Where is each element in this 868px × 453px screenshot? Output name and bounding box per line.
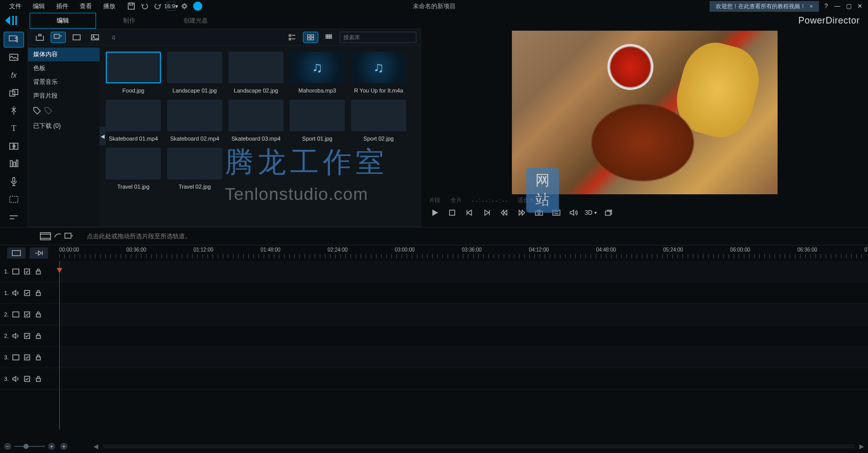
zoom-out-icon[interactable]: − xyxy=(4,443,11,450)
track-header[interactable]: 3. xyxy=(0,347,59,368)
close-icon[interactable]: ✕ xyxy=(856,2,864,10)
zoom-in-icon[interactable]: + xyxy=(48,443,55,450)
media-item[interactable]: Sport 02.jpg xyxy=(350,100,407,142)
track-header[interactable]: 2. xyxy=(0,304,59,325)
sidebar-item-colorboard[interactable]: 色板 xyxy=(28,61,100,75)
menu-play[interactable]: 播放 xyxy=(98,1,121,12)
view-small-icon[interactable] xyxy=(321,32,337,43)
sidebar-item-media-content[interactable]: 媒体内容 xyxy=(28,48,100,61)
quality-icon[interactable] xyxy=(551,207,562,218)
welcome-banner[interactable]: 欢迎您！在此查看所有的教程视频！ × xyxy=(710,1,819,12)
visibility-toggle-icon[interactable] xyxy=(23,267,31,276)
lock-toggle-icon[interactable] xyxy=(34,332,42,340)
track-row[interactable] xyxy=(59,282,868,304)
visibility-toggle-icon[interactable] xyxy=(23,375,31,383)
lock-toggle-icon[interactable] xyxy=(34,267,42,276)
fx-icon[interactable]: fx xyxy=(4,67,24,83)
undo-icon[interactable] xyxy=(140,2,149,11)
track-header[interactable]: 1. xyxy=(0,282,59,304)
tag-add-icon[interactable] xyxy=(33,107,41,115)
media-item[interactable]: Food.jpg xyxy=(105,52,162,94)
settings-icon[interactable] xyxy=(180,2,189,11)
media-item[interactable]: Sport 01.jpg xyxy=(289,100,346,142)
audio-mix-room-icon[interactable] xyxy=(4,156,24,172)
visibility-toggle-icon[interactable] xyxy=(23,332,31,340)
movie-view-icon[interactable] xyxy=(30,247,48,259)
track-settings-icon[interactable] xyxy=(64,232,74,239)
menu-plugin[interactable]: 插件 xyxy=(51,1,74,12)
media-item[interactable]: ♫R You Up for It.m4a xyxy=(350,52,407,94)
collapse-sidebar-icon[interactable]: ◀ xyxy=(100,127,106,145)
lock-toggle-icon[interactable] xyxy=(34,310,42,319)
preview-viewport[interactable] xyxy=(512,31,778,194)
help-icon[interactable]: ? xyxy=(822,2,830,10)
aspect-ratio-button[interactable]: 16:9 ▾ xyxy=(167,2,176,11)
movie-label[interactable]: 全片 xyxy=(451,196,462,204)
time-ruler[interactable]: 00:00:0000:36:0001:12:0001:48:0002:24:00… xyxy=(59,247,865,259)
save-icon[interactable] xyxy=(127,2,136,11)
redo-icon[interactable] xyxy=(153,2,162,11)
track-row[interactable] xyxy=(59,261,868,282)
clip-label[interactable]: 片段 xyxy=(429,196,440,204)
subtitle-room-icon[interactable] xyxy=(4,209,24,225)
fit-dropdown[interactable]: 适合大小 ▼ xyxy=(518,196,547,204)
track-row[interactable] xyxy=(59,325,868,347)
transition-room-icon[interactable] xyxy=(4,138,24,154)
particle-room-icon[interactable] xyxy=(4,103,24,119)
close-banner-icon[interactable]: × xyxy=(810,3,813,9)
visibility-toggle-icon[interactable] xyxy=(23,310,31,319)
minimize-icon[interactable]: — xyxy=(833,2,841,10)
tag-remove-icon[interactable] xyxy=(44,107,53,115)
tab-produce[interactable]: 制作 xyxy=(96,13,162,28)
effect-room-icon[interactable] xyxy=(4,50,24,65)
media-item[interactable]: Travel 02.jpg xyxy=(166,148,223,190)
voiceover-room-icon[interactable] xyxy=(4,174,24,190)
volume-icon[interactable] xyxy=(568,207,579,218)
sidebar-item-downloaded[interactable]: 已下载 (0) xyxy=(28,119,100,133)
view-grid-icon[interactable] xyxy=(303,32,318,43)
prev-frame-icon[interactable] xyxy=(464,207,475,218)
visibility-toggle-icon[interactable] xyxy=(23,289,31,297)
undock-icon[interactable] xyxy=(603,207,614,218)
track-header[interactable]: 2. xyxy=(0,325,59,347)
filter-video-icon[interactable] xyxy=(69,32,84,43)
filter-image-icon[interactable] xyxy=(87,32,103,43)
maximize-icon[interactable]: ▢ xyxy=(844,2,853,10)
track-row[interactable] xyxy=(59,304,868,325)
storyboard-icon[interactable] xyxy=(40,232,51,240)
filter-all-icon[interactable] xyxy=(51,32,66,43)
scroll-right-icon[interactable]: ▶ xyxy=(859,443,864,450)
tab-edit[interactable]: 编辑 xyxy=(30,13,96,29)
lock-toggle-icon[interactable] xyxy=(34,375,42,383)
media-item[interactable]: Skateboard 02.mp4 xyxy=(166,100,223,142)
stop-icon[interactable] xyxy=(447,207,458,218)
media-item[interactable]: Skateboard 03.mp4 xyxy=(227,100,285,142)
track-header[interactable]: 3. xyxy=(0,368,59,390)
zoom-slider[interactable] xyxy=(14,446,45,447)
timeline-view-icon[interactable] xyxy=(7,247,26,259)
media-item[interactable]: Landscape 02.jpg xyxy=(227,52,285,94)
tab-create-disc[interactable]: 创建光盘 xyxy=(162,13,229,28)
pip-room-icon[interactable] xyxy=(4,85,24,101)
menu-file[interactable]: 文件 xyxy=(4,1,27,12)
chapter-room-icon[interactable] xyxy=(4,192,24,208)
sidebar-item-bgm[interactable]: 背景音乐 xyxy=(28,75,100,89)
view-list-icon[interactable] xyxy=(285,32,300,43)
lock-toggle-icon[interactable] xyxy=(34,353,42,361)
fast-fwd-icon[interactable] xyxy=(516,207,527,218)
playhead[interactable] xyxy=(59,261,60,429)
import-icon[interactable] xyxy=(32,32,48,43)
track-row[interactable] xyxy=(59,368,868,390)
sidebar-item-soundclip[interactable]: 声音片段 xyxy=(28,89,100,103)
menu-edit[interactable]: 编辑 xyxy=(28,1,50,12)
lock-toggle-icon[interactable] xyxy=(34,289,42,297)
curve-icon[interactable] xyxy=(54,232,61,238)
media-item[interactable]: Landscape 01.jpg xyxy=(166,52,223,94)
search-field[interactable] xyxy=(343,34,414,40)
cloud-icon[interactable] xyxy=(193,2,202,11)
scrollbar-h[interactable] xyxy=(103,444,854,448)
track-area[interactable] xyxy=(59,261,868,441)
media-room-icon[interactable] xyxy=(4,32,24,48)
add-track-icon[interactable]: + xyxy=(60,443,67,450)
fast-rev-icon[interactable] xyxy=(499,207,510,218)
